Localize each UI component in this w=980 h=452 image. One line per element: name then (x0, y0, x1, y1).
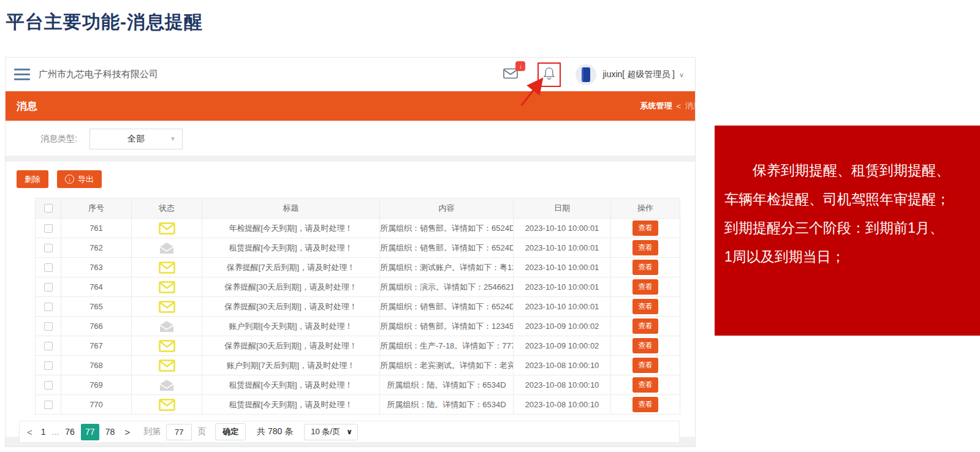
status-read-icon (159, 242, 175, 254)
message-type-select[interactable]: 全部 ▼ (89, 129, 183, 149)
view-button[interactable]: 查看 (632, 299, 658, 314)
company-name: 广州市九芯电子科技有限公司 (39, 69, 158, 80)
row-title: 保养提醒[30天后到期]，请及时处理！ (202, 336, 380, 356)
row-date: 2023-10-10 10:00:01 (514, 297, 611, 317)
app-window: 广州市九芯电子科技有限公司 ↓ jiuxin[ 超级管理员 ]∨ (5, 57, 696, 447)
view-button[interactable]: 查看 (632, 240, 658, 255)
table-row: 762 租赁提醒[今天到期]，请及时处理！ 所属组织：销售部。详情如下：6524… (36, 238, 680, 258)
row-checkbox[interactable] (44, 342, 53, 350)
table-row: 769 租赁提醒[今天到期]，请及时处理！ 所属组织：陆。详情如下：6534D … (36, 375, 680, 395)
table-row: 764 保养提醒[30天后到期]，请及时处理！ 所属组织：演示。详情如下：254… (36, 277, 680, 297)
row-checkbox[interactable] (44, 244, 53, 252)
row-checkbox[interactable] (44, 322, 53, 331)
notification-annotation-box (537, 62, 561, 87)
annotation-line: 到期提醒分三个阶段：到期前1月、 (724, 214, 971, 243)
table-row: 766 账户到期[今天到期]，请及时处理！ 所属组织：销售部。详情如下：1234… (36, 317, 680, 336)
row-title: 账户到期[7天后到期]，请及时处理！ (202, 356, 380, 375)
row-id: 766 (61, 317, 132, 336)
view-button[interactable]: 查看 (632, 318, 658, 334)
page-ellipsis: ... (52, 427, 59, 437)
row-content: 所属组织：生产-7-18。详情如下：777777 (380, 336, 514, 356)
page-size-value: 10 条/页 (311, 426, 340, 437)
annotation-note: 保养到期提醒、租赁到期提醒、 车辆年检提醒、司机驾照年审提醒； 到期提醒分三个阶… (715, 126, 980, 336)
status-unread-icon (159, 340, 175, 352)
chevron-down-icon: ∨ (346, 428, 352, 436)
select-all-checkbox[interactable] (44, 204, 53, 213)
row-checkbox[interactable] (44, 283, 53, 292)
prev-page-button[interactable]: < (27, 427, 32, 437)
export-button[interactable]: ↓ 导出 (57, 170, 102, 188)
row-title: 年检提醒[今天到期]，请及时处理！ (202, 219, 380, 238)
status-unread-icon (159, 360, 175, 372)
view-button[interactable]: 查看 (632, 260, 658, 275)
column-title: 标题 (202, 198, 380, 219)
row-date: 2023-10-09 10:00:02 (514, 336, 611, 356)
filter-bar: 消息类型: 全部 ▼ (6, 122, 695, 156)
message-badge: ↓ (515, 61, 525, 71)
message-table: 序号 状态 标题 内容 日期 操作 761 年检提醒[今天到期]，请及时处理！ … (35, 198, 680, 415)
row-checkbox[interactable] (44, 224, 53, 233)
row-date: 2023-10-10 10:00:01 (514, 219, 611, 238)
avatar[interactable] (575, 64, 596, 85)
row-content: 所属组织：演示。详情如下：2546621 (380, 277, 514, 297)
breadcrumb: 系统管理 < 消息 (640, 91, 695, 121)
menu-icon[interactable] (14, 69, 30, 80)
status-read-icon (159, 320, 175, 333)
row-content: 所属组织：陆。详情如下：6534D (380, 375, 514, 395)
table-row: 763 保养提醒[7天后到期]，请及时处理！ 所属组织：测试账户。详情如下：粤1… (36, 258, 680, 277)
annotation-line: 1周以及到期当日； (724, 243, 971, 271)
row-checkbox[interactable] (44, 401, 53, 409)
table-header-row: 序号 状态 标题 内容 日期 操作 (36, 198, 680, 219)
row-id: 765 (61, 297, 132, 317)
goto-page-input[interactable] (166, 424, 192, 440)
top-navbar: 广州市九芯电子科技有限公司 ↓ jiuxin[ 超级管理员 ]∨ (6, 58, 695, 91)
page-button-77-active[interactable]: 77 (81, 424, 99, 440)
row-id: 769 (61, 375, 132, 395)
breadcrumb-parent[interactable]: 系统管理 (640, 100, 672, 111)
view-button[interactable]: 查看 (632, 338, 658, 353)
row-content: 所属组织：老宾测试。详情如下：老宾 (380, 356, 514, 375)
page-button-1[interactable]: 1 (41, 427, 46, 437)
row-checkbox[interactable] (44, 361, 53, 370)
row-id: 763 (61, 258, 132, 277)
user-name: jiuxin[ 超级管理员 ] (602, 69, 674, 79)
column-date: 日期 (514, 198, 611, 219)
row-id: 767 (61, 336, 132, 356)
mail-button[interactable]: ↓ (503, 67, 519, 82)
navbar-right: ↓ jiuxin[ 超级管理员 ]∨ (503, 62, 684, 87)
annotation-line: 车辆年检提醒、司机驾照年审提醒； (724, 185, 971, 214)
confirm-button[interactable]: 确定 (215, 423, 246, 440)
view-button[interactable]: 查看 (632, 358, 658, 373)
row-checkbox[interactable] (44, 381, 53, 390)
column-id: 序号 (61, 198, 132, 219)
row-title: 保养提醒[30天后到期]，请及时处理！ (202, 277, 380, 297)
next-page-button[interactable]: > (124, 427, 130, 437)
row-checkbox[interactable] (44, 303, 53, 311)
total-count-label: 共 780 条 (257, 426, 293, 437)
row-id: 764 (61, 277, 132, 297)
view-button[interactable]: 查看 (632, 377, 658, 393)
user-menu[interactable]: jiuxin[ 超级管理员 ]∨ (602, 69, 684, 80)
page-button-78[interactable]: 78 (105, 427, 115, 437)
view-button[interactable]: 查看 (632, 279, 658, 295)
view-button[interactable]: 查看 (632, 397, 658, 412)
bell-icon[interactable] (543, 67, 555, 83)
banner-title: 消息 (17, 99, 37, 113)
goto-label: 到第 (143, 426, 161, 437)
status-unread-icon (159, 262, 175, 274)
row-checkbox[interactable] (44, 263, 53, 272)
row-title: 账户到期[今天到期]，请及时处理！ (202, 317, 380, 336)
page-button-76[interactable]: 76 (65, 427, 75, 437)
delete-button[interactable]: 删除 (17, 170, 48, 188)
row-title: 租赁提醒[今天到期]，请及时处理！ (202, 375, 380, 395)
table-row: 765 保养提醒[30天后到期]，请及时处理！ 所属组织：销售部。详情如下：65… (36, 297, 680, 317)
status-unread-icon (159, 281, 175, 293)
mail-icon (503, 71, 519, 81)
breadcrumb-separator: < (676, 102, 681, 111)
message-type-label: 消息类型: (40, 134, 77, 145)
table-row: 770 租赁提醒[今天到期]，请及时处理！ 所属组织：陆。详情如下：6534D … (36, 395, 680, 415)
avatar-image (582, 67, 590, 82)
page-size-select[interactable]: 10 条/页 ∨ (304, 424, 358, 440)
select-caret-icon: ▼ (170, 135, 176, 142)
view-button[interactable]: 查看 (632, 220, 658, 236)
